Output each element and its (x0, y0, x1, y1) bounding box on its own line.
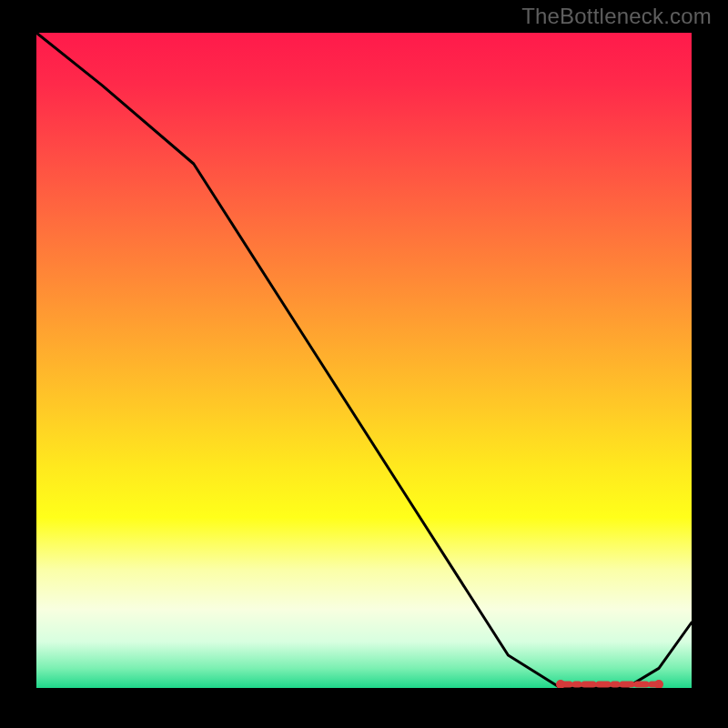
plot-area (36, 33, 692, 688)
chart-frame: TheBottleneck.com (0, 0, 728, 728)
watermark-text: TheBottleneck.com (521, 4, 712, 29)
bottleneck-curve (36, 33, 692, 688)
